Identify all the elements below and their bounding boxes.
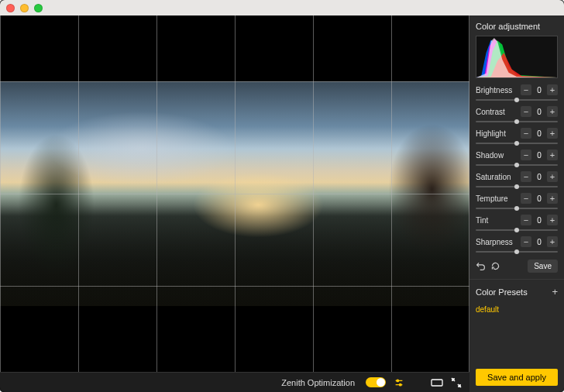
stepper: −0+ (521, 106, 558, 117)
save-button[interactable]: Save (528, 260, 558, 273)
decrease-button[interactable]: − (521, 128, 531, 139)
slider-track[interactable] (476, 140, 558, 146)
stepper: −0+ (521, 193, 558, 204)
decrease-button[interactable]: − (521, 150, 531, 160)
side-panel: Color adjustment Brightness−0+Contrast−0… (469, 15, 564, 392)
preset-default[interactable]: default (469, 302, 564, 320)
minimize-window-button[interactable] (20, 4, 29, 12)
titlebar (0, 0, 564, 15)
slider-knob[interactable] (514, 141, 519, 146)
stepper: −0+ (521, 128, 558, 139)
slider-value: 0 (535, 238, 544, 246)
slider-value: 0 (535, 151, 544, 160)
increase-button[interactable]: + (547, 236, 558, 247)
decrease-button[interactable]: − (521, 236, 531, 247)
slider-value: 0 (535, 194, 544, 203)
reset-icon[interactable] (490, 261, 500, 271)
add-preset-icon[interactable]: + (552, 286, 558, 297)
stepper: −0+ (521, 215, 558, 225)
adjust-icon[interactable] (394, 377, 404, 388)
slider-label: Tint (476, 216, 488, 225)
decrease-button[interactable]: − (521, 215, 531, 225)
increase-button[interactable]: + (547, 84, 558, 95)
slider-saturation: Saturation−0+ (469, 170, 564, 190)
canvas-area: Zenith Optimization (0, 15, 469, 392)
increase-button[interactable]: + (547, 171, 558, 182)
slider-knob[interactable] (514, 163, 519, 167)
slider-value: 0 (535, 86, 544, 95)
decrease-button[interactable]: − (521, 171, 531, 182)
increase-button[interactable]: + (547, 215, 558, 225)
slider-sharpness: Sharpness−0+ (469, 235, 564, 255)
slider-value: 0 (535, 129, 544, 138)
close-window-button[interactable] (6, 4, 15, 12)
slider-contrast: Contrast−0+ (469, 105, 564, 125)
save-and-apply-button[interactable]: Save and apply (476, 369, 558, 386)
zenith-opt-toggle[interactable] (366, 377, 386, 387)
slider-value: 0 (535, 173, 544, 181)
slider-label: Contrast (476, 108, 505, 116)
stepper: −0+ (521, 171, 558, 182)
actions-row: Save (469, 256, 564, 279)
slider-knob[interactable] (514, 98, 519, 102)
presets-header: Color Presets (476, 287, 528, 297)
slider-label: Tempture (476, 194, 508, 203)
decrease-button[interactable]: − (521, 84, 531, 95)
content: Zenith Optimization (0, 15, 564, 392)
slider-track[interactable] (476, 227, 558, 233)
view-mode-icon[interactable] (431, 378, 443, 387)
slider-track[interactable] (476, 119, 558, 125)
undo-icon[interactable] (476, 261, 486, 271)
slider-label: Brightness (476, 86, 512, 95)
zenith-opt-label: Zenith Optimization (281, 378, 355, 387)
slider-highlight: Highlight−0+ (469, 126, 564, 146)
slider-track[interactable] (476, 184, 558, 190)
slider-tempture: Tempture−0+ (469, 191, 564, 211)
panorama-image (0, 81, 469, 306)
slider-knob[interactable] (514, 249, 519, 254)
panel-header: Color adjustment (469, 15, 564, 36)
slider-label: Shadow (476, 151, 504, 160)
slider-shadow: Shadow−0+ (469, 148, 564, 168)
slider-track[interactable] (476, 162, 558, 168)
toggle-knob (377, 378, 385, 387)
slider-track[interactable] (476, 249, 558, 255)
app-window: Zenith Optimization (0, 0, 564, 392)
increase-button[interactable]: + (547, 193, 558, 204)
decrease-button[interactable]: − (521, 106, 531, 117)
increase-button[interactable]: + (547, 128, 558, 139)
svg-point-1 (397, 380, 399, 382)
slider-knob[interactable] (514, 184, 519, 189)
decrease-button[interactable]: − (521, 193, 531, 204)
slider-tint: Tint−0+ (469, 213, 564, 233)
slider-value: 0 (535, 216, 544, 225)
svg-point-3 (399, 383, 401, 386)
slider-knob[interactable] (514, 119, 519, 124)
slider-label: Saturation (476, 173, 511, 181)
slider-label: Highlight (476, 129, 506, 138)
stepper: −0+ (521, 150, 558, 160)
stepper: −0+ (521, 236, 558, 247)
footer-toolbar: Zenith Optimization (0, 372, 469, 392)
histogram (476, 36, 558, 78)
canvas-viewport[interactable] (0, 15, 469, 372)
slider-brightness: Brightness−0+ (469, 83, 564, 103)
slider-knob[interactable] (514, 228, 519, 232)
zoom-window-button[interactable] (34, 4, 43, 12)
slider-value: 0 (535, 108, 544, 116)
fullscreen-icon[interactable] (451, 377, 462, 388)
increase-button[interactable]: + (547, 150, 558, 160)
svg-rect-4 (432, 380, 442, 386)
increase-button[interactable]: + (547, 106, 558, 117)
presets-header-row: Color Presets + (469, 280, 564, 302)
slider-track[interactable] (476, 97, 558, 103)
slider-track[interactable] (476, 205, 558, 211)
slider-knob[interactable] (514, 206, 519, 211)
slider-label: Sharpness (476, 238, 513, 246)
stepper: −0+ (521, 84, 558, 95)
